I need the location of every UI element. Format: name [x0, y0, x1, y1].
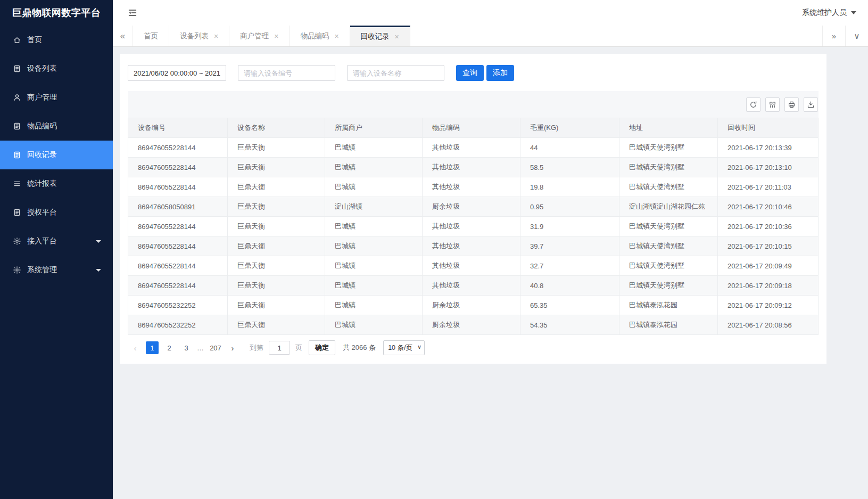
table-row: 869476055232252巨鼎天衡巴城镇厨余垃圾54.35巴城镇泰泓花园20… — [128, 315, 819, 335]
table-cell: 869476055228144 — [128, 236, 228, 256]
tab-scroll-left-icon[interactable]: « — [113, 26, 133, 46]
sidebar-item-label: 统计报表 — [27, 179, 57, 189]
tab-scroll-right-icon[interactable]: » — [822, 26, 845, 46]
refresh-button[interactable] — [746, 97, 760, 112]
table-cell: 44 — [520, 138, 619, 158]
sidebar-item-device-list[interactable]: 设备列表 — [0, 54, 113, 83]
table-cell: 巴城镇天使湾别墅 — [619, 138, 718, 158]
export-button[interactable] — [804, 97, 818, 112]
table-cell: 869476055232252 — [128, 315, 228, 335]
table-cell: 869476055228144 — [128, 138, 228, 158]
page-number[interactable]: 207 — [209, 341, 222, 354]
item-code-icon — [13, 122, 21, 130]
home-icon — [13, 36, 21, 44]
table-cell: 厨余垃圾 — [423, 197, 520, 217]
table-row: 869476055228144巨鼎天衡巴城镇其他垃圾19.8巴城镇天使湾别墅20… — [128, 177, 819, 197]
search-button[interactable]: 查询 — [456, 65, 484, 81]
merchant-user-icon — [13, 93, 21, 102]
table-row: 869476058050891巨鼎天衡淀山湖镇厨余垃圾0.95淀山湖镇淀山湖花园… — [128, 197, 819, 217]
table-header: 设备编号 设备名称 所属商户 物品编码 毛重(KG) 地址 回收时间 — [128, 118, 819, 138]
page-prev-icon[interactable]: ‹ — [129, 341, 142, 354]
sidebar-item-recycle-records[interactable]: 回收记录 — [0, 141, 113, 169]
table-cell: 其他垃圾 — [423, 177, 520, 197]
table-row: 869476055228144巨鼎天衡巴城镇其他垃圾44巴城镇天使湾别墅2021… — [128, 138, 819, 158]
pagination: ‹ 1 2 3 … 207 › 到第 页 确定 共 2066 条 — [128, 335, 819, 361]
table-cell: 31.9 — [520, 217, 619, 236]
date-range-input[interactable] — [128, 65, 226, 81]
tab-actions-chevron-icon[interactable]: ∨ — [845, 26, 868, 46]
topbar: 系统维护人员 — [113, 0, 868, 26]
table-cell: 巴城镇 — [325, 236, 423, 256]
table-cell: 巴城镇 — [325, 177, 423, 197]
sidebar-item-home[interactable]: 首页 — [0, 26, 113, 54]
page-size-select[interactable]: 10 条/页 — [383, 340, 425, 355]
sidebar-item-label: 首页 — [27, 35, 42, 45]
table-cell: 2021-06-17 20:13:39 — [718, 138, 819, 158]
table-cell: 40.8 — [520, 276, 619, 296]
table-cell: 巴城镇天使湾别墅 — [619, 236, 718, 256]
close-icon[interactable]: × — [334, 32, 338, 40]
col-address: 地址 — [619, 118, 718, 138]
columns-icon — [768, 101, 776, 109]
sidebar-item-reports[interactable]: 统计报表 — [0, 169, 113, 198]
menu-fold-icon[interactable] — [128, 8, 137, 18]
table-cell: 其他垃圾 — [423, 236, 520, 256]
page-unit-label: 页 — [295, 343, 302, 353]
sidebar-item-system-admin[interactable]: 系统管理 — [0, 256, 113, 284]
report-lines-icon — [13, 179, 21, 188]
page-number[interactable]: 3 — [180, 341, 193, 354]
print-button[interactable] — [784, 97, 799, 112]
table-row: 869476055228144巨鼎天衡巴城镇其他垃圾58.5巴城镇天使湾别墅20… — [128, 158, 819, 177]
table-cell: 2021-06-17 20:08:56 — [718, 315, 819, 335]
sidebar-item-auth-platform[interactable]: 授权平台 — [0, 198, 113, 227]
sidebar-item-item-code[interactable]: 物品编码 — [0, 112, 113, 141]
table-cell: 巴城镇天使湾别墅 — [619, 276, 718, 296]
device-id-input[interactable] — [238, 65, 335, 81]
table-cell: 巨鼎天衡 — [228, 315, 325, 335]
tab-recycle-records[interactable]: 回收记录 × — [350, 26, 410, 46]
table-cell: 巨鼎天衡 — [228, 158, 325, 177]
close-icon[interactable]: × — [214, 32, 218, 40]
sidebar-item-label: 授权平台 — [27, 208, 57, 217]
columns-button[interactable] — [765, 97, 780, 112]
table-cell: 其他垃圾 — [423, 276, 520, 296]
col-merchant: 所属商户 — [325, 118, 423, 138]
close-icon[interactable]: × — [395, 33, 399, 40]
tab-device-list[interactable]: 设备列表 × — [169, 26, 229, 46]
user-menu[interactable]: 系统维护人员 — [802, 8, 856, 18]
col-device-name: 设备名称 — [228, 118, 325, 138]
table-cell: 巴城镇天使湾别墅 — [619, 256, 718, 276]
page-next-icon[interactable]: › — [226, 341, 239, 354]
page-number[interactable]: 1 — [146, 341, 159, 354]
table-cell: 2021-06-17 20:09:49 — [718, 256, 819, 276]
table-cell: 2021-06-17 20:09:12 — [718, 296, 819, 315]
print-icon — [788, 101, 796, 109]
table-cell: 巴城镇 — [325, 158, 423, 177]
device-list-icon — [13, 64, 21, 73]
chevron-down-icon — [851, 11, 856, 14]
page-jump-input[interactable] — [269, 341, 290, 355]
sidebar-item-label: 系统管理 — [27, 265, 57, 275]
table-cell: 淀山湖镇淀山湖花园仁苑 — [619, 197, 718, 217]
page-size-select-wrap: 10 条/页 ∨ — [383, 340, 425, 355]
table-cell: 巴城镇泰泓花园 — [619, 315, 718, 335]
table-body: 869476055228144巨鼎天衡巴城镇其他垃圾44巴城镇天使湾别墅2021… — [128, 138, 819, 335]
confirm-page-button[interactable]: 确定 — [309, 340, 335, 355]
tab-merchant[interactable]: 商户管理 × — [229, 26, 290, 46]
sidebar-item-access-platform[interactable]: 接入平台 — [0, 227, 113, 256]
records-card: 查询 添加 — [120, 54, 826, 364]
tab-label: 设备列表 — [180, 31, 209, 41]
sidebar-item-merchant[interactable]: 商户管理 — [0, 83, 113, 112]
table-row: 869476055228144巨鼎天衡巴城镇其他垃圾32.7巴城镇天使湾别墅20… — [128, 256, 819, 276]
close-icon[interactable]: × — [274, 32, 278, 40]
device-name-input[interactable] — [347, 65, 444, 81]
recycle-record-icon — [13, 151, 21, 159]
table-cell: 巨鼎天衡 — [228, 256, 325, 276]
sidebar-nav: 首页 设备列表 商户管理 物品编码 — [0, 26, 113, 284]
chevron-down-icon — [96, 240, 101, 243]
tab-home[interactable]: 首页 — [133, 26, 169, 46]
add-button[interactable]: 添加 — [486, 65, 514, 81]
tab-item-code[interactable]: 物品编码 × — [290, 26, 350, 46]
page-number[interactable]: 2 — [163, 341, 176, 354]
table-cell: 869476055228144 — [128, 276, 228, 296]
